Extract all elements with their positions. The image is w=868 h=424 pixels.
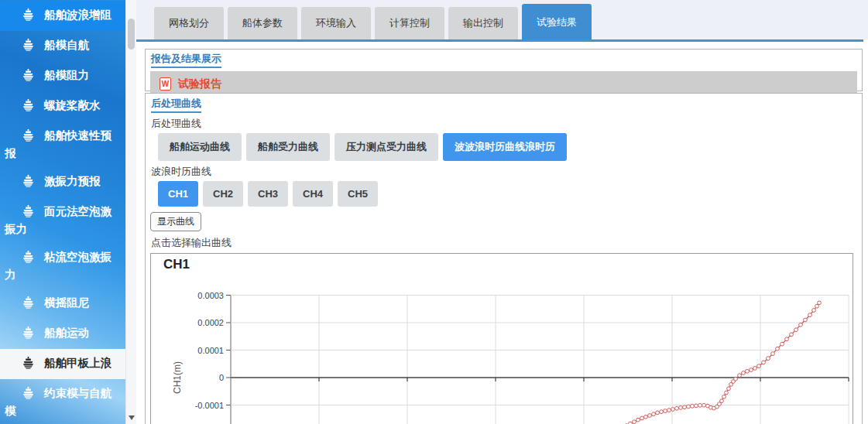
chart-panel: CH1 0.00030.00020.00010-0.0001-0.0002CH1… [150,253,853,424]
option-button[interactable]: 压力测点受力曲线 [335,133,438,161]
sidebar: 船舶波浪增阻船模自航船模阻力螺旋桨敞水船舶快速性预报激振力预报面元法空泡激振力粘… [0,0,125,424]
chart-plot[interactable]: 0.00030.00020.00010-0.0001-0.0002CH1(m) [151,254,854,424]
ship-icon [22,357,35,373]
tabs: 网格划分船体参数环境输入计算控制输出控制试验结果 [154,4,595,39]
svg-text:CH1(m): CH1(m) [172,361,183,394]
sidebar-item[interactable]: 船模阻力 [0,61,125,91]
post-subtitle: 后处理曲线 [151,117,857,131]
tab-underline [136,39,863,42]
option-button[interactable]: 船舶受力曲线 [246,133,330,161]
sidebar-item-label: 面元法空泡激振力 [5,205,112,235]
svg-text:0.0002: 0.0002 [197,318,224,327]
ship-icon [22,69,35,85]
ship-icon [22,296,35,313]
ship-icon [22,9,35,25]
report-panel: 报告及结果展示 W 试验报告 [145,49,863,91]
sidebar-item-label: 船模自航 [44,39,89,51]
sidebar-item[interactable]: 船舶波浪增阻 [0,1,125,31]
sidebar-item-label: 船舶波浪增阻 [44,9,112,21]
ship-icon [22,387,35,403]
sidebar-item[interactable]: 船舶运动 [0,319,125,349]
report-link-label[interactable]: 试验报告 [178,77,221,91]
sidebar-item-label: 船模阻力 [44,69,89,81]
tab[interactable]: 试验结果 [522,4,592,39]
post-section-link[interactable]: 后处理曲线 [151,97,201,113]
sidebar-item-label: 激振力预报 [44,175,101,187]
sidebar-item[interactable]: 粘流空泡激振力 [0,243,125,289]
content: 网格划分船体参数环境输入计算控制输出控制试验结果 报告及结果展示 W 试验报告 … [136,0,868,424]
app-root: 船舶波浪增阻船模自航船模阻力螺旋桨敞水船舶快速性预报激振力预报面元法空泡激振力粘… [0,0,868,424]
sidebar-item-label: 螺旋桨敞水 [44,99,101,111]
sidebar-item[interactable]: 横摇阻尼 [0,289,125,319]
scrollbar-down-arrow-icon[interactable] [129,415,135,420]
option-button[interactable]: 船舶运动曲线 [158,133,242,161]
hint-label: 点击选择输出曲线 [151,236,857,250]
ship-icon [22,99,35,115]
sidebar-item[interactable]: 螺旋桨敞水 [0,91,125,121]
sidebar-item[interactable]: 船舶快速性预报 [0,121,125,167]
ship-icon [22,39,35,55]
svg-text:-0.0001: -0.0001 [195,401,224,410]
ship-icon [22,251,35,267]
option-button[interactable]: CH1 [158,181,198,207]
tab[interactable]: 计算控制 [375,7,444,39]
svg-text:0: 0 [219,373,224,382]
tab-bar: 网格划分船体参数环境输入计算控制输出控制试验结果 [136,0,868,39]
tab[interactable]: 环境输入 [301,7,371,39]
sidebar-item-label: 船舶快速性预报 [5,129,112,159]
sidebar-item-label: 横摇阻尼 [44,296,89,309]
sidebar-nav: 船舶波浪增阻船模自航船模阻力螺旋桨敞水船舶快速性预报激振力预报面元法空泡激振力粘… [0,0,125,424]
sidebar-item-label: 粘流空泡激振力 [5,251,112,281]
option-button[interactable]: CH5 [338,181,378,207]
svg-text:0.0001: 0.0001 [197,346,224,355]
word-doc-icon: W [160,77,171,91]
tab[interactable]: 输出控制 [448,7,518,39]
sidebar-item[interactable]: 船模自航 [0,31,125,61]
curve-type-buttons: 船舶运动曲线船舶受力曲线压力测点受力曲线波波浪时历曲线浪时历 [158,133,857,161]
post-process-panel: 后处理曲线 后处理曲线 船舶运动曲线船舶受力曲线压力测点受力曲线波波浪时历曲线浪… [145,93,863,424]
wave-label: 波浪时历曲线 [151,165,857,179]
sidebar-item-label: 船舶甲板上浪 [44,357,112,369]
sidebar-item[interactable]: 激振力预报 [0,167,125,197]
scrollbar-thumb[interactable] [128,19,135,50]
ship-icon [22,205,35,221]
sidebar-item[interactable]: 面元法空泡激振力 [0,197,125,243]
sidebar-item[interactable]: 约束模与自航模 [0,379,125,424]
ship-icon [22,175,35,191]
option-button[interactable]: 波波浪时历曲线浪时历 [443,133,567,161]
ship-icon [22,129,35,145]
option-button[interactable]: CH3 [248,181,288,207]
sidebar-scrollbar[interactable] [125,0,136,424]
svg-text:0.0003: 0.0003 [197,291,224,300]
tab[interactable]: 网格划分 [154,7,224,39]
option-button[interactable]: CH2 [203,181,243,207]
channel-buttons: CH1CH2CH3CH4CH5 [158,181,857,207]
sidebar-item-label: 约束模与自航模 [5,387,112,417]
sidebar-item-label: 船舶运动 [44,327,89,339]
report-section-link[interactable]: 报告及结果展示 [151,52,221,68]
option-button[interactable]: CH4 [293,181,333,207]
show-curve-button[interactable]: 显示曲线 [150,212,201,231]
ship-icon [22,327,35,343]
sidebar-item[interactable]: 船舶甲板上浪 [0,349,125,379]
tab[interactable]: 船体参数 [228,7,297,39]
